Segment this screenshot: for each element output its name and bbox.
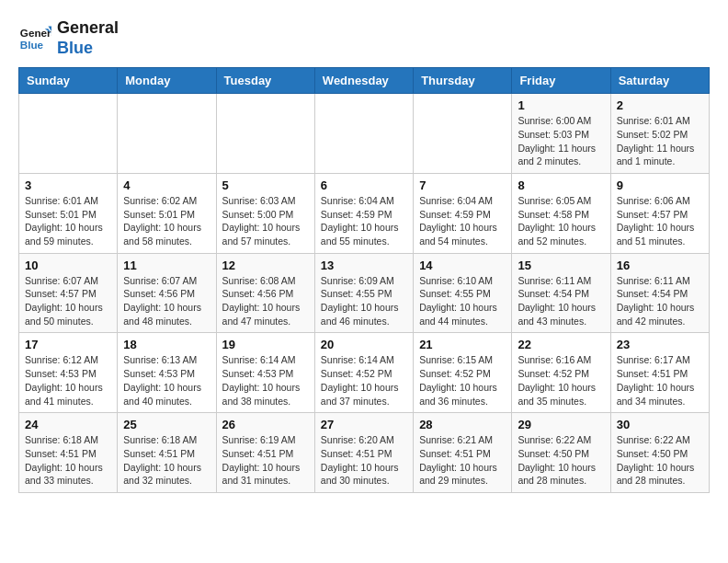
- svg-text:General: General: [20, 27, 51, 39]
- day-of-week-header: Sunday: [19, 68, 118, 94]
- calendar-week-row: 1Sunrise: 6:00 AM Sunset: 5:03 PM Daylig…: [19, 94, 710, 174]
- calendar-table: SundayMondayTuesdayWednesdayThursdayFrid…: [18, 67, 710, 493]
- cell-info: Sunrise: 6:17 AM Sunset: 4:51 PM Dayligh…: [617, 353, 703, 408]
- calendar-header: SundayMondayTuesdayWednesdayThursdayFrid…: [19, 68, 710, 94]
- cell-info: Sunrise: 6:07 AM Sunset: 4:57 PM Dayligh…: [25, 274, 111, 328]
- day-number: 4: [123, 178, 210, 192]
- calendar-body: 1Sunrise: 6:00 AM Sunset: 5:03 PM Daylig…: [19, 94, 710, 493]
- calendar-cell: 2Sunrise: 6:01 AM Sunset: 5:02 PM Daylig…: [610, 94, 709, 174]
- calendar-cell: 27Sunrise: 6:20 AM Sunset: 4:51 PM Dayli…: [314, 413, 413, 493]
- cell-info: Sunrise: 6:14 AM Sunset: 4:53 PM Dayligh…: [222, 353, 309, 408]
- cell-info: Sunrise: 6:06 AM Sunset: 4:57 PM Dayligh…: [617, 194, 703, 248]
- calendar-cell: 21Sunrise: 6:15 AM Sunset: 4:52 PM Dayli…: [414, 333, 512, 413]
- calendar-cell: 5Sunrise: 6:03 AM Sunset: 5:00 PM Daylig…: [216, 173, 314, 253]
- day-number: 30: [617, 418, 703, 431]
- cell-info: Sunrise: 6:01 AM Sunset: 5:01 PM Dayligh…: [25, 194, 111, 248]
- cell-info: Sunrise: 6:07 AM Sunset: 4:56 PM Dayligh…: [123, 274, 210, 328]
- calendar-cell: 9Sunrise: 6:06 AM Sunset: 4:57 PM Daylig…: [610, 173, 709, 253]
- calendar-cell: 22Sunrise: 6:16 AM Sunset: 4:52 PM Dayli…: [512, 333, 610, 413]
- cell-info: Sunrise: 6:20 AM Sunset: 4:51 PM Dayligh…: [321, 433, 407, 488]
- calendar-week-row: 24Sunrise: 6:18 AM Sunset: 4:51 PM Dayli…: [19, 413, 710, 493]
- calendar-cell: [118, 94, 216, 174]
- day-number: 23: [617, 338, 703, 351]
- day-number: 7: [419, 178, 506, 192]
- calendar-cell: 11Sunrise: 6:07 AM Sunset: 4:56 PM Dayli…: [118, 253, 216, 333]
- cell-info: Sunrise: 6:04 AM Sunset: 4:59 PM Dayligh…: [419, 194, 506, 248]
- calendar-week-row: 10Sunrise: 6:07 AM Sunset: 4:57 PM Dayli…: [19, 253, 710, 333]
- day-number: 22: [518, 338, 604, 351]
- calendar-cell: 15Sunrise: 6:11 AM Sunset: 4:54 PM Dayli…: [512, 253, 610, 333]
- calendar-cell: 19Sunrise: 6:14 AM Sunset: 4:53 PM Dayli…: [216, 333, 314, 413]
- cell-info: Sunrise: 6:09 AM Sunset: 4:55 PM Dayligh…: [321, 274, 407, 328]
- calendar-cell: 26Sunrise: 6:19 AM Sunset: 4:51 PM Dayli…: [216, 413, 314, 493]
- calendar-cell: 16Sunrise: 6:11 AM Sunset: 4:54 PM Dayli…: [610, 253, 709, 333]
- cell-info: Sunrise: 6:13 AM Sunset: 4:53 PM Dayligh…: [123, 353, 210, 408]
- cell-info: Sunrise: 6:10 AM Sunset: 4:55 PM Dayligh…: [419, 274, 506, 328]
- cell-info: Sunrise: 6:03 AM Sunset: 5:00 PM Dayligh…: [222, 194, 309, 248]
- logo: General Blue General Blue: [18, 18, 119, 58]
- day-number: 5: [222, 178, 309, 192]
- logo-text: General Blue: [57, 18, 119, 58]
- cell-info: Sunrise: 6:01 AM Sunset: 5:02 PM Dayligh…: [617, 114, 703, 168]
- day-number: 6: [321, 178, 407, 192]
- calendar-cell: [216, 94, 314, 174]
- day-of-week-header: Monday: [118, 68, 216, 94]
- day-number: 12: [222, 259, 309, 272]
- day-number: 9: [617, 178, 703, 192]
- cell-info: Sunrise: 6:02 AM Sunset: 5:01 PM Dayligh…: [123, 194, 210, 248]
- calendar-cell: 20Sunrise: 6:14 AM Sunset: 4:52 PM Dayli…: [314, 333, 413, 413]
- cell-info: Sunrise: 6:11 AM Sunset: 4:54 PM Dayligh…: [518, 274, 604, 328]
- day-number: 11: [123, 259, 210, 272]
- day-number: 15: [518, 259, 604, 272]
- cell-info: Sunrise: 6:18 AM Sunset: 4:51 PM Dayligh…: [123, 433, 210, 488]
- day-of-week-header: Saturday: [610, 68, 709, 94]
- cell-info: Sunrise: 6:05 AM Sunset: 4:58 PM Dayligh…: [518, 194, 604, 248]
- calendar-cell: 7Sunrise: 6:04 AM Sunset: 4:59 PM Daylig…: [414, 173, 512, 253]
- calendar-cell: 6Sunrise: 6:04 AM Sunset: 4:59 PM Daylig…: [314, 173, 413, 253]
- cell-info: Sunrise: 6:11 AM Sunset: 4:54 PM Dayligh…: [617, 274, 703, 328]
- calendar-cell: 1Sunrise: 6:00 AM Sunset: 5:03 PM Daylig…: [512, 94, 610, 174]
- calendar-cell: [19, 94, 118, 174]
- calendar-cell: 17Sunrise: 6:12 AM Sunset: 4:53 PM Dayli…: [19, 333, 118, 413]
- cell-info: Sunrise: 6:18 AM Sunset: 4:51 PM Dayligh…: [25, 433, 111, 488]
- calendar-cell: 25Sunrise: 6:18 AM Sunset: 4:51 PM Dayli…: [118, 413, 216, 493]
- day-number: 18: [123, 338, 210, 351]
- day-number: 8: [518, 178, 604, 192]
- calendar-cell: 13Sunrise: 6:09 AM Sunset: 4:55 PM Dayli…: [314, 253, 413, 333]
- day-number: 21: [419, 338, 506, 351]
- day-number: 19: [222, 338, 309, 351]
- day-number: 13: [321, 259, 407, 272]
- page-header: General Blue General Blue: [18, 18, 710, 58]
- day-number: 3: [25, 178, 111, 192]
- day-number: 28: [419, 418, 506, 431]
- day-number: 26: [222, 418, 309, 431]
- calendar-cell: 18Sunrise: 6:13 AM Sunset: 4:53 PM Dayli…: [118, 333, 216, 413]
- cell-info: Sunrise: 6:04 AM Sunset: 4:59 PM Dayligh…: [321, 194, 407, 248]
- calendar-cell: 4Sunrise: 6:02 AM Sunset: 5:01 PM Daylig…: [118, 173, 216, 253]
- day-number: 20: [321, 338, 407, 351]
- calendar-cell: 12Sunrise: 6:08 AM Sunset: 4:56 PM Dayli…: [216, 253, 314, 333]
- day-number: 14: [419, 259, 506, 272]
- day-number: 10: [25, 259, 111, 272]
- calendar-cell: 30Sunrise: 6:22 AM Sunset: 4:50 PM Dayli…: [610, 413, 709, 493]
- calendar-cell: 24Sunrise: 6:18 AM Sunset: 4:51 PM Dayli…: [19, 413, 118, 493]
- cell-info: Sunrise: 6:08 AM Sunset: 4:56 PM Dayligh…: [222, 274, 309, 328]
- day-of-week-header: Friday: [512, 68, 610, 94]
- cell-info: Sunrise: 6:22 AM Sunset: 4:50 PM Dayligh…: [617, 433, 703, 488]
- day-number: 24: [25, 418, 111, 431]
- cell-info: Sunrise: 6:19 AM Sunset: 4:51 PM Dayligh…: [222, 433, 309, 488]
- day-number: 29: [518, 418, 604, 431]
- calendar-cell: 8Sunrise: 6:05 AM Sunset: 4:58 PM Daylig…: [512, 173, 610, 253]
- day-of-week-header: Thursday: [414, 68, 512, 94]
- day-number: 17: [25, 338, 111, 351]
- calendar-cell: 14Sunrise: 6:10 AM Sunset: 4:55 PM Dayli…: [414, 253, 512, 333]
- cell-info: Sunrise: 6:21 AM Sunset: 4:51 PM Dayligh…: [419, 433, 506, 488]
- day-number: 27: [321, 418, 407, 431]
- calendar-cell: 3Sunrise: 6:01 AM Sunset: 5:01 PM Daylig…: [19, 173, 118, 253]
- calendar-cell: 28Sunrise: 6:21 AM Sunset: 4:51 PM Dayli…: [414, 413, 512, 493]
- header-row: SundayMondayTuesdayWednesdayThursdayFrid…: [19, 68, 710, 94]
- day-number: 1: [518, 98, 604, 112]
- cell-info: Sunrise: 6:16 AM Sunset: 4:52 PM Dayligh…: [518, 353, 604, 408]
- calendar-cell: 10Sunrise: 6:07 AM Sunset: 4:57 PM Dayli…: [19, 253, 118, 333]
- calendar-cell: [414, 94, 512, 174]
